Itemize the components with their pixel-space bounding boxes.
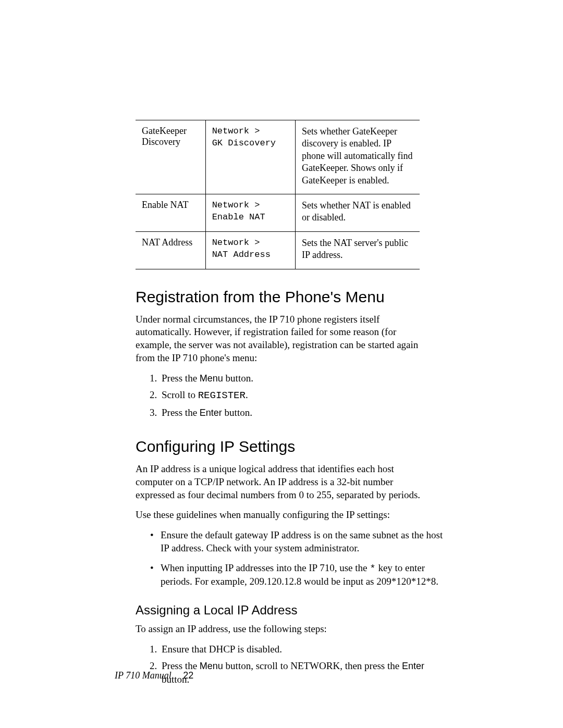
list-item: Press the Menu button, scroll to NETWORK… (160, 659, 448, 686)
paragraph: To assign an IP address, use the followi… (136, 623, 427, 636)
setting-name: NAT Address (136, 231, 205, 269)
list-item: Ensure the default gateway IP address is… (161, 529, 448, 554)
manual-name: IP 710 Manual (115, 670, 172, 681)
menu-path: Network > Enable NAT (205, 194, 295, 231)
page-footer: IP 710 Manual 22 (115, 670, 193, 681)
bullet-list: Ensure the default gateway IP address is… (136, 529, 448, 588)
button-label: Menu (200, 661, 223, 671)
table-row: NAT Address Network > NAT Address Sets t… (136, 231, 420, 269)
button-label: Enter (200, 408, 222, 418)
setting-name: GateKeeper Discovery (136, 120, 205, 194)
document-page: GateKeeper Discovery Network > GK Discov… (0, 0, 563, 728)
paragraph: Under normal circumstances, the IP 710 p… (136, 313, 427, 365)
steps-list: Press the Menu button. Scroll to REGISTE… (136, 372, 448, 419)
heading-registration: Registration from the Phone's Menu (136, 288, 448, 306)
list-item: Press the Menu button. (160, 372, 448, 385)
table-row: Enable NAT Network > Enable NAT Sets whe… (136, 194, 420, 231)
list-item: Press the Enter button. (160, 406, 448, 419)
menu-code: REGISTER (198, 390, 246, 401)
paragraph: An IP address is a unique logical addres… (136, 463, 427, 501)
heading-assigning: Assigning a Local IP Address (136, 603, 448, 618)
setting-description: Sets the NAT server's public IP address. (296, 231, 420, 269)
list-item: When inputting IP addresses into the IP … (161, 562, 448, 588)
key-symbol: * (370, 563, 375, 574)
setting-description: Sets whether NAT is enabled or disabled. (296, 194, 420, 231)
paragraph: Use these guidelines when manually confi… (136, 509, 427, 522)
page-number: 22 (183, 670, 193, 681)
menu-path: Network > GK Discovery (205, 120, 295, 194)
list-item: Scroll to REGISTER. (160, 388, 448, 403)
list-item: Ensure that DHCP is disabled. (160, 643, 448, 656)
button-label: Enter (402, 661, 424, 671)
table-row: GateKeeper Discovery Network > GK Discov… (136, 120, 420, 194)
settings-table: GateKeeper Discovery Network > GK Discov… (136, 120, 420, 269)
menu-path: Network > NAT Address (205, 231, 295, 269)
button-label: Menu (200, 373, 223, 384)
heading-configuring: Configuring IP Settings (136, 438, 448, 455)
setting-name: Enable NAT (136, 194, 205, 231)
setting-description: Sets whether GateKeeper discovery is ena… (296, 120, 420, 194)
